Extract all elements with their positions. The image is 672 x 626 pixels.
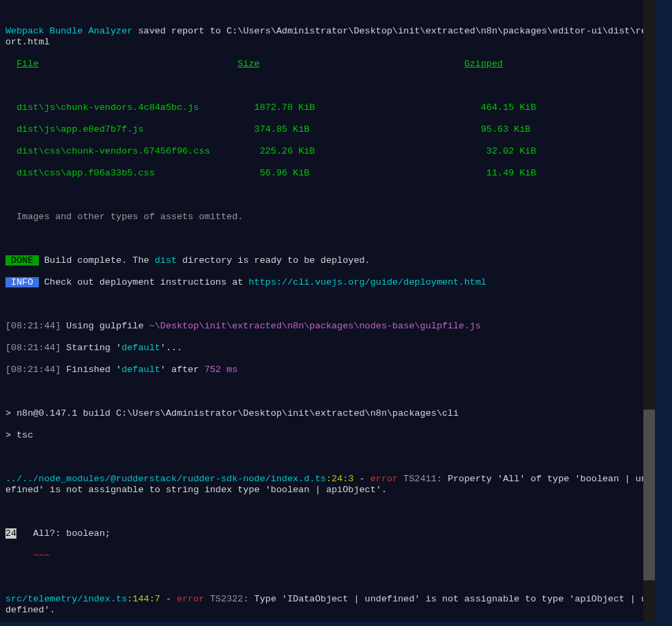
table-row: dist\css\app.f06a33b5.css 56.96 KiB 11.4…	[0, 168, 655, 179]
table-row: dist\js\chunk-vendors.4c84a5bc.js 1872.7…	[0, 102, 655, 113]
ts-error: src/telemetry/index.ts:144:7 - error TS2…	[0, 594, 655, 616]
blank-line	[0, 299, 655, 310]
info-badge: INFO	[5, 277, 39, 287]
blank-line	[0, 572, 655, 583]
terminal-content: Webpack Bundle Analyzer saved report to …	[0, 15, 655, 622]
output-line: Webpack Bundle Analyzer saved report to …	[0, 26, 655, 48]
done-badge: DONE	[5, 255, 39, 266]
ts-error: ../../node_modules/@rudderstack/rudder-s…	[0, 474, 655, 496]
info-line: INFO Check out deployment instructions a…	[0, 277, 655, 288]
cmd-line: > n8n@0.147.1 build C:\Users\Administrat…	[0, 408, 655, 419]
done-line: DONE Build complete. The dist directory …	[0, 255, 655, 266]
table-row: dist\css\chunk-vendors.67456f96.css 225.…	[0, 146, 655, 157]
assets-omitted: Images and other types of assets omitted…	[0, 212, 655, 223]
blank-line	[0, 507, 655, 517]
blank-line	[0, 452, 655, 463]
gulp-finished: [08:21:44] Finished 'default' after 752 …	[0, 365, 655, 375]
blank-line	[0, 190, 655, 201]
table-row: dist\js\app.e8ed7b7f.js 374.85 KiB 95.63…	[0, 124, 655, 135]
code-squiggle: ~~~	[0, 550, 655, 561]
blank-line	[0, 386, 655, 397]
blank-line	[0, 81, 655, 91]
scrollbar-thumb[interactable]	[643, 410, 655, 580]
vertical-scrollbar[interactable]	[643, 0, 655, 622]
table-header: File Size Gzipped	[0, 59, 655, 70]
gulp-using: [08:21:44] Using gulpfile ~\Desktop\init…	[0, 321, 655, 332]
blank-line	[0, 233, 655, 244]
cmd-line: > tsc	[0, 430, 655, 441]
code-snippet: 24 All?: boolean;	[0, 528, 655, 539]
terminal-window[interactable]: Webpack Bundle Analyzer saved report to …	[0, 0, 655, 622]
gulp-starting: [08:21:44] Starting 'default'...	[0, 343, 655, 354]
